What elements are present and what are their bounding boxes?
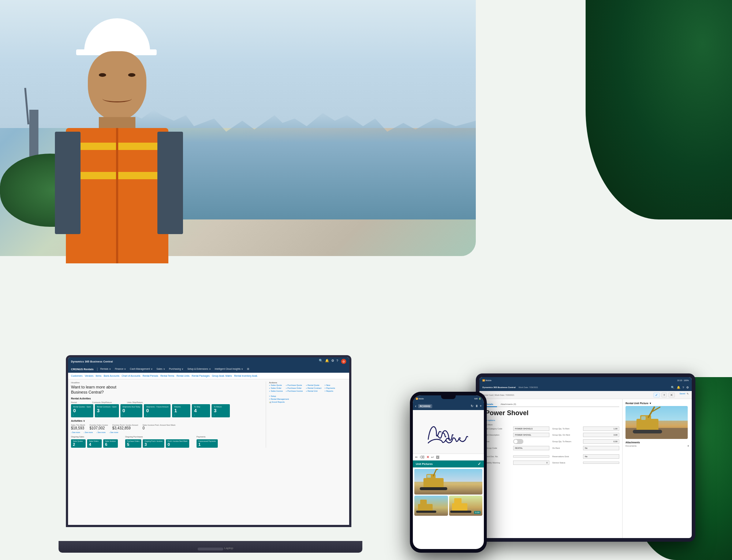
action-payments[interactable]: Payments <box>324 387 335 389</box>
submenu-vendors[interactable]: Vendors <box>85 375 93 377</box>
tablet-edit-icon[interactable]: ✎ <box>687 392 689 398</box>
submenu-chart-accounts[interactable]: Chart of Accounts <box>122 375 140 377</box>
tab-attachments[interactable]: Attachments (0) <box>497 402 520 406</box>
submenu-bank-accounts[interactable]: Bank Accounts <box>104 375 119 377</box>
action-new[interactable]: New <box>324 384 335 386</box>
field-service-status: Service Status <box>552 461 619 465</box>
tablet-search-icon[interactable]: 🔍 <box>671 386 675 389</box>
action-rental-quote[interactable]: Rental Quote <box>306 384 321 386</box>
bell-icon[interactable]: 🔔 <box>325 359 329 364</box>
field-on-rent: On Rent No <box>552 446 619 450</box>
phone-section-check[interactable]: ✓ <box>478 462 481 466</box>
nav-cash-management[interactable]: Cash Management ∨ <box>128 367 154 371</box>
kpi-shipments-future[interactable]: Shipments - Future Amount 0 › <box>144 404 171 417</box>
search-icon[interactable]: 🔍 <box>319 359 323 364</box>
see-more-4[interactable]: › See more <box>109 431 118 433</box>
ongoing-purchase-orders[interactable]: Purchase Orders 5 <box>125 439 141 448</box>
phone-image-icon[interactable]: 🖼 <box>436 455 439 459</box>
ongoing-sales-orders[interactable]: Sales Orders 4 <box>87 439 102 448</box>
field-avail-warning: Availability Warning 0 <box>482 461 549 465</box>
action-purchase-order[interactable]: Purchase Order <box>285 387 303 389</box>
bc-brand: CRONUS Rentals <box>71 368 94 371</box>
user-avatar[interactable]: O <box>341 359 346 364</box>
submenu-rental-inventory[interactable]: Rental Inventory Avail. <box>234 375 258 377</box>
nav-cloud-insights[interactable]: Intelligent Cloud Insights ∨ <box>213 367 245 371</box>
tablet-check-action[interactable]: ✓ <box>653 392 660 398</box>
action-rental-contract[interactable]: Rental Contract <box>306 387 321 389</box>
nav-rentals[interactable]: Rentals ∨ <box>99 367 112 371</box>
action-purchase-quote[interactable]: Purchase Quote <box>285 384 303 386</box>
field-group-qty-rent: Group Qty. To Rent 1.00 <box>552 426 619 431</box>
phone-pause-icon[interactable]: ⏸ <box>475 404 478 408</box>
field-rental-category: Rental Category Code POWER SHOVELS <box>482 426 549 431</box>
phone-refresh-icon[interactable]: ↻ <box>471 404 474 408</box>
nav-finance[interactable]: Finance ∨ <box>113 367 127 371</box>
nav-grid[interactable]: ⊞ <box>246 367 251 371</box>
tablet-nav-icons: 🔍 🔔 ? ⚙ <box>671 386 689 389</box>
nav-sales[interactable]: Sales ∨ <box>155 367 167 371</box>
bc-main-title: Want to learn more about Business Centra… <box>71 384 258 395</box>
tablet-question-icon[interactable]: ? <box>683 386 684 389</box>
action-setup[interactable]: Setup <box>269 395 289 397</box>
tablet-screen: 📶 Mobile 10:10 100% Dynamics 365 Busines… <box>479 377 692 538</box>
nav-purchasing[interactable]: Purchasing ∨ <box>168 367 185 371</box>
ongoing-purch-next-week[interactable]: Purch. Invoices Next Week 0 <box>166 439 189 448</box>
phone-body: 📶 Mobile WiFi 🔋 ‹ RC00002 ↻ ⏸ + <box>410 392 487 553</box>
kpi-rental-quotes[interactable]: Rental Quotes - Open 0 › <box>71 404 93 417</box>
submenu-items[interactable]: Items <box>96 375 101 377</box>
submenu-group-matrix[interactable]: Group Avail. Matrix <box>212 375 232 377</box>
submenu-rental-units[interactable]: Rental Units <box>176 375 189 377</box>
rental-unit-picture-title: Rental Unit Picture ▼ <box>625 402 689 405</box>
see-more-2[interactable]: › See more <box>84 431 93 433</box>
phone-back-button[interactable]: ‹ <box>415 404 417 408</box>
attachments-row: Documents 0 <box>625 445 689 447</box>
action-sales-order[interactable]: Sales Order <box>269 387 283 389</box>
person-figure <box>37 0 220 263</box>
kpi-rental-contracts[interactable]: Rental Contracts - Open 3 › <box>95 404 119 417</box>
nav-divider: | <box>97 367 98 371</box>
inactive-toggle[interactable] <box>513 439 523 444</box>
question-icon[interactable]: ? <box>336 359 338 364</box>
phone-section-title: Unit Pictures <box>416 462 433 466</box>
action-sales-quote[interactable]: Sales Quote <box>269 384 283 386</box>
tablet-bell-icon[interactable]: 🔔 <box>677 386 680 389</box>
stat-overdue-sales: Overdue Sales Invoice $107,002 <box>90 424 108 430</box>
phone-plus-icon[interactable]: + <box>480 404 482 408</box>
tablet-more-options[interactable]: More options <box>482 419 619 421</box>
submenu-customers[interactable]: Customers <box>71 375 82 377</box>
see-more-1[interactable]: › See more <box>71 431 80 433</box>
unprocessed-payments[interactable]: Unprocessed Payments 1 <box>197 439 218 448</box>
submenu-rental-terms[interactable]: Rental Terms <box>160 375 174 377</box>
action-reports[interactable]: Reports <box>324 390 335 392</box>
face <box>88 51 146 121</box>
action-purchase-invoice[interactable]: Purchase Invoice <box>285 390 303 392</box>
nav-setup-extensions[interactable]: Setup & Extensions ∨ <box>186 367 212 371</box>
action-excel-reports[interactable]: 📊 Excel Reports <box>269 401 289 403</box>
tablet-gear-icon[interactable]: ⚙ <box>686 386 689 389</box>
phone-image-2[interactable] <box>414 496 448 516</box>
kpi-to-return[interactable]: To Return 3 › <box>212 404 230 417</box>
kpi-shipments-today[interactable]: Shipments Due Today 0 › <box>120 404 143 417</box>
phone-undo-icon[interactable]: ↩ <box>431 455 434 459</box>
bc-topbar: Dynamics 365 Business Central 🔍 🔔 ⚙ ? O <box>68 357 349 365</box>
action-sales-invoice[interactable]: Sales Invoice <box>269 390 283 392</box>
kpi-returns[interactable]: Returns 1 › <box>172 404 190 417</box>
kpi-to-ship[interactable]: To Ship 4 › <box>192 404 210 417</box>
phone-toolbar-close[interactable]: ✕ <box>426 455 429 459</box>
phone-erase-icon[interactable]: ⌫ <box>420 455 425 459</box>
ongoing-sales-invoices[interactable]: Sales Invoices 6 <box>103 439 118 448</box>
tablet-plus-action[interactable]: + <box>661 392 667 398</box>
action-rental-unit[interactable]: Rental Unit <box>306 390 321 392</box>
jacket-left <box>55 132 81 234</box>
action-rental-mgmt[interactable]: Rental Management <box>269 398 289 400</box>
see-more-3[interactable]: › See more <box>96 431 105 433</box>
gear-icon[interactable]: ⚙ <box>331 359 334 364</box>
tablet-close-action[interactable]: ✕ <box>668 392 675 398</box>
ongoing-purch-invoices[interactable]: Ongoing Purch. Invoices 3 <box>143 439 164 448</box>
ongoing-sales-quotes[interactable]: Sales Quotes 2 <box>71 439 86 448</box>
phone-draw-icon[interactable]: ✏ <box>415 455 418 459</box>
submenu-rental-periods[interactable]: Rental Periods <box>143 375 158 377</box>
phone-image-1[interactable] <box>414 469 482 495</box>
submenu-rental-packages[interactable]: Rental Packages <box>192 375 210 377</box>
phone-image-3[interactable]: 0.00 <box>449 496 483 516</box>
